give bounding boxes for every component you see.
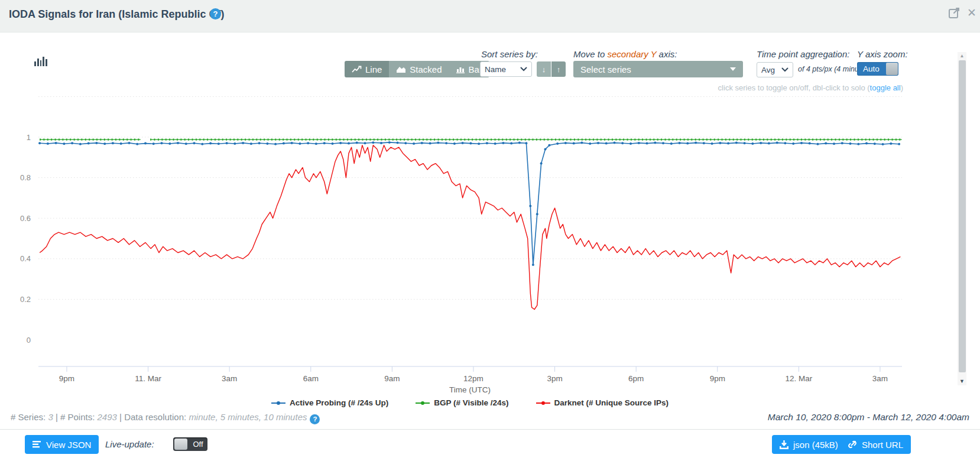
series-point	[193, 142, 196, 144]
series-point	[874, 142, 876, 145]
series-point	[670, 142, 673, 145]
series-point	[38, 142, 41, 144]
short-url-button[interactable]: Short URL	[840, 435, 911, 454]
y-axis-tick-label: 0.8	[20, 173, 31, 182]
y-axis-tick-label: 0.4	[20, 254, 31, 263]
series-point	[614, 142, 616, 144]
series-point	[128, 142, 131, 144]
chart-type-stacked-button[interactable]: Stacked	[389, 61, 449, 77]
footer-divider	[0, 429, 980, 430]
series-point	[564, 142, 567, 144]
sort-descending-button[interactable]: ↓	[537, 61, 551, 77]
series-point	[201, 143, 203, 145]
series-point	[266, 142, 268, 145]
chart-menu-icon[interactable]	[34, 56, 47, 66]
series-point	[478, 142, 480, 145]
series-line[interactable]	[40, 145, 900, 310]
series-point	[226, 142, 228, 144]
download-icon	[780, 440, 788, 449]
series-point	[544, 148, 547, 151]
series-point	[890, 142, 892, 145]
legend-item[interactable]: Darknet (# Unique Source IPs)	[536, 398, 669, 407]
chart-legend: Active Probing (# /24s Up)BGP (# Visible…	[0, 398, 940, 407]
series-line[interactable]	[40, 142, 899, 265]
series-point	[865, 142, 868, 145]
live-update-toggle[interactable]: Off	[173, 437, 207, 451]
series-point	[323, 142, 326, 144]
edit-popout-icon[interactable]	[948, 7, 961, 20]
series-point	[258, 142, 261, 144]
series-point	[857, 143, 859, 145]
series-point	[825, 142, 827, 145]
series-point	[63, 142, 65, 145]
series-point	[833, 142, 835, 145]
series-point	[315, 142, 317, 145]
y-axis-zoom-toggle[interactable]: Auto	[857, 62, 898, 76]
series-point	[209, 142, 212, 145]
aggregation-select[interactable]: Avg	[757, 62, 793, 77]
series-point	[380, 142, 382, 144]
series-point	[404, 142, 407, 144]
chevron-down-icon	[781, 67, 788, 72]
series-point	[629, 142, 632, 145]
help-icon[interactable]: ?	[210, 8, 221, 20]
series-point	[540, 163, 543, 165]
y-axis-zoom-toggle-state: Auto	[857, 64, 885, 73]
list-icon	[33, 440, 41, 449]
series-point	[768, 142, 770, 145]
series-point	[849, 142, 852, 145]
vertical-scrollbar[interactable]: ▲ ▼	[958, 52, 966, 385]
chart-type-line-button[interactable]: Line	[345, 61, 389, 77]
series-point	[152, 142, 155, 145]
x-axis-tick-label: 6am	[303, 374, 319, 383]
scroll-down-icon[interactable]: ▼	[958, 377, 966, 385]
series-point	[703, 142, 705, 144]
x-axis-tick-label: 3am	[872, 374, 888, 383]
chevron-down-icon	[520, 67, 527, 72]
series-point	[462, 142, 464, 144]
secondary-axis-series-select[interactable]: Select series	[573, 61, 743, 77]
scrollbar-thumb[interactable]	[959, 60, 966, 372]
sort-series-label: Sort series by:	[481, 49, 538, 59]
view-json-button[interactable]: View JSON	[25, 435, 99, 454]
series-point	[177, 142, 179, 144]
series-point	[397, 142, 399, 144]
help-icon[interactable]: ?	[310, 414, 320, 424]
series-point	[55, 142, 57, 144]
series-point	[898, 143, 900, 145]
series-point	[760, 142, 762, 144]
toggle-all-link[interactable]: toggle all	[870, 83, 901, 92]
download-json-button[interactable]: json (45kB)	[772, 435, 846, 454]
series-point	[792, 142, 794, 145]
series-point	[168, 142, 171, 145]
y-axis-tick-label: 1	[27, 133, 31, 142]
series-point	[388, 141, 391, 144]
series-point	[332, 142, 334, 145]
y-axis-zoom-label: Y axis zoom:	[857, 49, 908, 59]
series-point	[784, 142, 786, 144]
caret-down-icon	[730, 67, 736, 71]
scroll-up-icon[interactable]: ▲	[958, 52, 966, 60]
series-point	[548, 144, 550, 147]
legend-item[interactable]: BGP (# Visible /24s)	[416, 398, 508, 407]
series-point	[71, 142, 73, 144]
x-axis-tick-label: 9pm	[59, 374, 74, 383]
series-point	[469, 142, 472, 145]
series-point	[437, 142, 439, 144]
close-icon[interactable]: ✕	[967, 6, 976, 20]
series-point	[144, 142, 147, 145]
series-point	[120, 142, 122, 145]
series-point	[662, 142, 664, 144]
sort-series-select[interactable]: Name	[480, 61, 532, 77]
series-point	[250, 142, 252, 145]
series-point	[597, 142, 599, 144]
x-axis-tick-label: 9am	[384, 374, 400, 383]
series-point	[486, 142, 488, 144]
series-point	[654, 142, 656, 144]
y-axis-tick-label: 0.6	[20, 214, 31, 223]
series-point	[356, 142, 358, 144]
chart-stats: # Series: 3 | # Points: 2493 | Data reso…	[11, 412, 320, 424]
legend-item[interactable]: Active Probing (# /24s Up)	[271, 398, 388, 407]
sort-ascending-button[interactable]: ↑	[551, 61, 566, 77]
series-point	[307, 142, 309, 144]
